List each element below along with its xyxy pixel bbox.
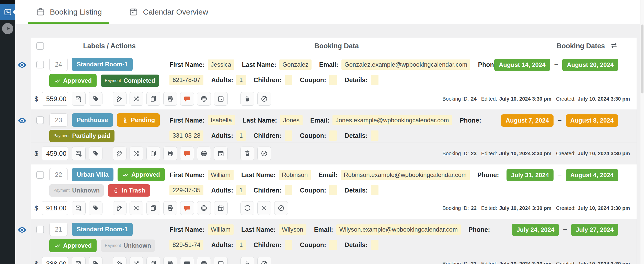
swap-arrows-icon xyxy=(610,42,618,50)
labels-button[interactable] xyxy=(89,201,102,215)
booking-info-row: 21 Standard Room-1 Approved PaymentUnkno… xyxy=(31,219,637,253)
cost-input[interactable] xyxy=(42,201,68,215)
notes-button[interactable] xyxy=(180,201,194,215)
sort-dates-button[interactable] xyxy=(610,42,618,50)
field-value xyxy=(329,185,337,195)
approve-button[interactable] xyxy=(257,147,271,160)
cost-input[interactable] xyxy=(42,257,68,264)
add-to-calendar-button[interactable] xyxy=(214,92,228,106)
collapse-menu-button[interactable] xyxy=(2,23,13,34)
field-label: Last Name: xyxy=(243,117,277,124)
trash-button[interactable] xyxy=(240,257,254,264)
print-button[interactable] xyxy=(163,147,177,160)
add-to-calendar-button[interactable] xyxy=(214,201,228,215)
row-checkbox[interactable] xyxy=(36,171,44,179)
booking-block: 22 Urban Villa Approved PaymentUnknown I… xyxy=(31,164,637,219)
row-checkbox[interactable] xyxy=(36,116,44,124)
notes-button[interactable] xyxy=(180,257,194,264)
meta-value: 23 xyxy=(471,151,477,157)
decline-button[interactable] xyxy=(257,92,271,106)
mail-forward-icon xyxy=(75,95,82,102)
edit-booking-button[interactable] xyxy=(113,92,126,106)
edit-booking-button[interactable] xyxy=(113,257,126,264)
copy-icon xyxy=(150,205,157,212)
row-checkbox[interactable] xyxy=(36,61,44,68)
visibility-eye-icon[interactable] xyxy=(17,116,27,125)
decline-button[interactable] xyxy=(257,257,271,264)
send-email-button[interactable] xyxy=(72,257,86,264)
labels-button[interactable] xyxy=(89,147,102,160)
field-label: Coupon: xyxy=(300,132,326,139)
sidebar-item-booking-calendar[interactable] xyxy=(0,4,15,20)
duplicate-booking-button[interactable] xyxy=(146,92,160,106)
change-dates-button[interactable] xyxy=(130,92,143,106)
edit-booking-button[interactable] xyxy=(113,201,126,215)
locale-button[interactable] xyxy=(197,92,211,106)
meta-value: July 10, 2024 3:30 pm xyxy=(499,261,551,264)
labels-button[interactable] xyxy=(89,257,102,264)
notes-button[interactable] xyxy=(180,92,194,106)
locale-button[interactable] xyxy=(197,147,211,160)
cost-input[interactable] xyxy=(42,92,68,106)
change-dates-button[interactable] xyxy=(130,257,143,264)
delete-permanently-button[interactable] xyxy=(257,201,271,215)
visibility-eye-icon[interactable] xyxy=(17,225,27,235)
tab-calendar-overview[interactable]: Calendar Overview xyxy=(121,0,216,24)
scrollbar-thumb[interactable] xyxy=(641,25,643,93)
locale-button[interactable] xyxy=(197,201,211,215)
field-value: 1 xyxy=(236,240,246,250)
field-value: Jones.example@wpbookingcalendar.com xyxy=(332,115,452,125)
add-to-calendar-button[interactable] xyxy=(214,147,228,160)
locale-button[interactable] xyxy=(197,257,211,264)
trash-button[interactable] xyxy=(240,147,254,160)
change-dates-button[interactable] xyxy=(130,147,143,160)
add-to-calendar-button[interactable] xyxy=(214,257,228,264)
visibility-eye-icon[interactable] xyxy=(17,60,27,70)
labels-button[interactable] xyxy=(89,92,102,106)
double-check-icon xyxy=(122,172,129,178)
print-button[interactable] xyxy=(163,92,177,106)
edit-booking-button[interactable] xyxy=(113,147,126,160)
shuffle-icon xyxy=(133,260,140,264)
field-email: Email:Jones.example@wpbookingcalendar.co… xyxy=(310,115,452,125)
field-email: Email:Gonzalez.example@wpbookingcalendar… xyxy=(319,59,470,70)
field-value: Wilyson xyxy=(279,224,306,235)
row-checkbox[interactable] xyxy=(36,226,44,233)
print-button[interactable] xyxy=(163,201,177,215)
duplicate-booking-button[interactable] xyxy=(146,147,160,160)
admin-bar-corner xyxy=(0,0,15,4)
tag-icon xyxy=(92,260,99,264)
duplicate-booking-button[interactable] xyxy=(146,201,160,215)
globe-icon xyxy=(200,150,208,157)
shuffle-icon xyxy=(133,95,140,102)
field-value: Gonzalez xyxy=(279,59,311,70)
field-coupon: Coupon: xyxy=(300,240,337,250)
decline-button[interactable] xyxy=(274,201,288,215)
print-button[interactable] xyxy=(163,257,177,264)
tab-booking-listing[interactable]: Booking Listing xyxy=(28,0,109,24)
field-label-phone: Phone: xyxy=(459,117,481,124)
change-dates-button[interactable] xyxy=(130,201,143,215)
ban-icon xyxy=(261,260,268,264)
send-email-button[interactable] xyxy=(72,201,86,215)
labels-cell: 22 Urban Villa Approved PaymentUnknown I… xyxy=(49,168,169,197)
field-value-phone: 829-51-74 xyxy=(169,240,203,250)
field-value xyxy=(371,240,378,250)
restore-button[interactable] xyxy=(240,201,254,215)
send-email-button[interactable] xyxy=(72,92,86,106)
booking-data-cell: First Name:Isabella Last Name:Jones Emai… xyxy=(169,113,504,142)
pencil-icon xyxy=(116,260,123,264)
tab-label: Booking Listing xyxy=(50,8,102,16)
trash-button[interactable] xyxy=(240,92,254,106)
meta-value: July 10, 2024 3:30 pm xyxy=(499,96,551,102)
duplicate-booking-button[interactable] xyxy=(146,257,160,264)
calendar-icon xyxy=(217,260,224,264)
field-adults: Adults:1 xyxy=(211,130,246,141)
notes-button[interactable] xyxy=(180,147,194,160)
status-approved-badge: Approved xyxy=(49,74,97,87)
select-all-checkbox[interactable] xyxy=(36,42,44,50)
cost-input[interactable] xyxy=(42,147,68,160)
send-email-button[interactable] xyxy=(72,147,86,160)
vertical-scrollbar[interactable] xyxy=(640,0,644,264)
booking-actions-row: $ xyxy=(31,197,637,219)
